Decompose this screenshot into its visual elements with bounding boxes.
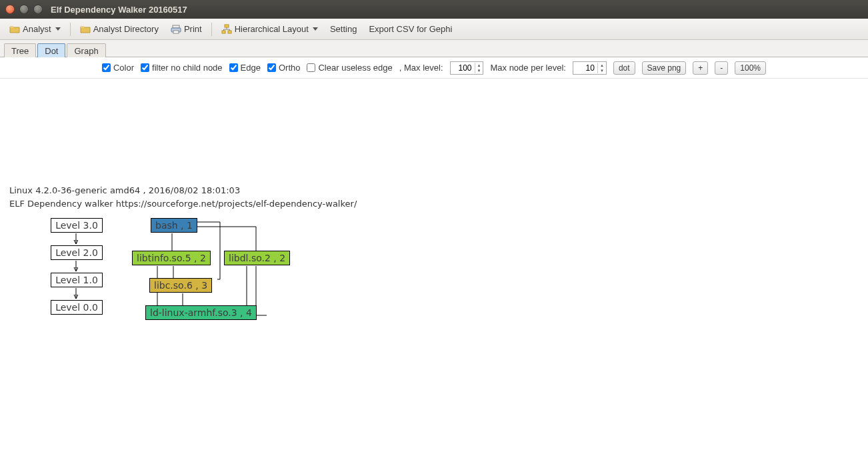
level-box-2: Level 2.0 <box>51 245 103 260</box>
clear-checkbox[interactable]: Clear useless edge <box>307 63 392 73</box>
spinner-up-icon[interactable]: ▲ <box>475 63 483 68</box>
ortho-label: Ortho <box>279 63 301 73</box>
node-libc[interactable]: libc.so.6 , 3 <box>149 278 212 293</box>
max-node-spinner[interactable]: ▲▼ <box>573 61 607 75</box>
filter-label: filter no child node <box>152 63 223 73</box>
max-node-label: Max node per level: <box>490 63 565 73</box>
edge-label: Edge <box>241 63 261 73</box>
level-box-0: Level 0.0 <box>51 300 103 315</box>
meta-line-1: Linux 4.2.0-36-generic amd64 , 2016/08/0… <box>9 185 240 195</box>
level-box-1: Level 1.0 <box>51 273 103 287</box>
window-title: Elf Dependency Walker 20160517 <box>51 5 187 15</box>
hierarchical-layout-menu[interactable]: Hierarchical Layout <box>217 23 322 36</box>
color-checkbox-input[interactable] <box>102 63 111 72</box>
tab-graph[interactable]: Graph <box>67 43 105 57</box>
svg-rect-5 <box>228 31 231 33</box>
clear-checkbox-input[interactable] <box>307 63 315 72</box>
svg-rect-2 <box>173 31 179 33</box>
color-checkbox[interactable]: Color <box>102 63 134 73</box>
tab-tree[interactable]: Tree <box>4 43 36 57</box>
close-icon[interactable] <box>5 5 15 14</box>
zoom-level-button[interactable]: 100% <box>735 61 766 75</box>
ortho-checkbox-input[interactable] <box>267 63 276 72</box>
print-icon <box>171 24 181 35</box>
color-label: Color <box>113 63 134 73</box>
svg-rect-4 <box>222 31 225 33</box>
filter-checkbox[interactable]: filter no child node <box>141 63 223 73</box>
ortho-checkbox[interactable]: Ortho <box>267 63 301 73</box>
spinner-up-icon[interactable]: ▲ <box>598 63 606 68</box>
zoom-out-button[interactable]: - <box>715 61 728 75</box>
max-node-input[interactable] <box>573 63 597 73</box>
edges-layer <box>0 79 868 454</box>
export-csv-label: Export CSV for Gephi <box>369 24 452 34</box>
svg-rect-0 <box>173 25 179 28</box>
svg-rect-3 <box>225 25 229 27</box>
dot-button[interactable]: dot <box>613 61 635 75</box>
separator <box>211 23 212 36</box>
filter-checkbox-input[interactable] <box>141 63 149 72</box>
zoom-in-button[interactable]: + <box>693 61 708 75</box>
max-level-input[interactable] <box>451 63 475 73</box>
analyst-directory-label: Analyst Directory <box>93 24 159 34</box>
maximize-icon[interactable] <box>33 5 43 14</box>
node-libdl[interactable]: libdl.so.2 , 2 <box>224 251 290 265</box>
spinner-down-icon[interactable]: ▼ <box>598 68 606 73</box>
analyst-label: Analyst <box>23 24 51 34</box>
export-csv-button[interactable]: Export CSV for Gephi <box>365 23 456 35</box>
print-button[interactable]: Print <box>167 23 206 36</box>
tab-dot[interactable]: Dot <box>37 43 65 57</box>
node-bash[interactable]: bash , 1 <box>151 218 197 233</box>
separator <box>70 23 71 36</box>
minimize-icon[interactable] <box>19 5 29 14</box>
edge-checkbox-input[interactable] <box>229 63 238 72</box>
folder-icon <box>9 24 20 35</box>
graph-canvas[interactable]: Linux 4.2.0-36-generic amd64 , 2016/08/0… <box>0 79 868 454</box>
meta-line-2: ELF Dependency walker https://sourceforg… <box>9 199 357 209</box>
setting-label: Setting <box>330 24 357 34</box>
node-ldlinux[interactable]: ld-linux-armhf.so.3 , 4 <box>145 305 257 320</box>
toolbar: Analyst Analyst Directory Print Hierarch… <box>0 19 868 40</box>
analyst-directory-button[interactable]: Analyst Directory <box>76 23 163 36</box>
titlebar: Elf Dependency Walker 20160517 <box>0 0 868 19</box>
print-label: Print <box>184 24 202 34</box>
clear-label: Clear useless edge <box>318 63 392 73</box>
tab-strip: Tree Dot Graph <box>0 41 868 57</box>
node-libtinfo[interactable]: libtinfo.so.5 , 2 <box>132 251 211 265</box>
analyst-menu[interactable]: Analyst <box>5 23 65 36</box>
save-png-button[interactable]: Save png <box>642 61 687 75</box>
layout-icon <box>221 24 232 35</box>
folder-icon <box>80 24 91 35</box>
max-level-spinner[interactable]: ▲▼ <box>450 61 484 75</box>
hierarchical-layout-label: Hierarchical Layout <box>235 24 309 34</box>
spinner-down-icon[interactable]: ▼ <box>475 68 483 73</box>
option-bar: Color filter no child node Edge Ortho Cl… <box>0 57 868 79</box>
level-box-3: Level 3.0 <box>51 218 103 233</box>
window-controls <box>5 5 43 14</box>
edge-checkbox[interactable]: Edge <box>229 63 261 73</box>
max-level-label: , Max level: <box>399 63 443 73</box>
setting-button[interactable]: Setting <box>326 23 361 35</box>
chevron-down-icon <box>313 27 318 31</box>
chevron-down-icon <box>55 27 61 31</box>
